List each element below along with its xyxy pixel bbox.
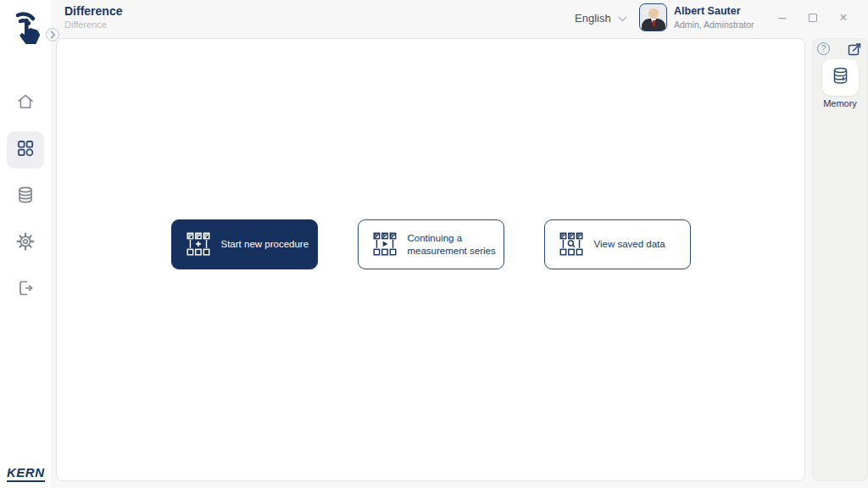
user-avatar[interactable] [639,3,667,31]
procedure-continue-icon [373,232,397,258]
maximize-icon [809,14,817,22]
sidebar-item-database[interactable] [7,178,44,215]
page-subtitle: Difference [64,19,122,30]
close-icon: × [839,10,847,25]
left-sidebar: KERN [0,0,51,488]
home-icon [15,92,36,115]
view-saved-data-button[interactable]: View saved data [544,219,691,269]
expand-panel-button[interactable] [848,42,862,59]
procedure-new-icon [186,232,210,258]
procedure-button-row: Start new procedure Continuing a measure… [57,219,804,269]
start-new-procedure-label: Start new procedure [221,238,309,251]
gear-icon [15,231,36,255]
language-selector[interactable]: English [575,10,627,25]
apps-grid-icon [15,138,36,162]
maximize-button[interactable] [804,8,822,27]
user-block[interactable]: Albert Sauter Admin, Adminstrator [674,3,754,31]
app-touch-logo [7,3,46,53]
database-icon [15,185,36,208]
sidebar-item-procedures[interactable] [7,131,44,169]
help-button[interactable]: ? [817,42,830,55]
avatar-tie [653,20,655,26]
avatar-head [648,8,659,19]
chevron-right-icon [50,27,56,42]
chevron-down-icon [618,10,627,25]
continue-measurement-series-button[interactable]: Continuing a measurement series [358,219,504,269]
expand-icon [848,44,862,58]
header: Difference Difference English Albert Sau… [51,0,868,38]
title-block: Difference Difference [64,3,122,30]
continue-measurement-series-label: Continuing a measurement series [408,232,503,258]
start-new-procedure-button[interactable]: Start new procedure [171,219,318,269]
memory-label: Memory [813,98,867,108]
minimize-button[interactable]: – [773,8,792,27]
kern-brand-logo: KERN [7,465,45,482]
sidebar-item-logout[interactable] [7,271,44,308]
right-sidebar-panel: ? Memory [812,38,868,481]
sidebar-nav [0,80,51,313]
language-value: English [575,12,611,25]
sidebar-collapse-button[interactable] [46,28,59,42]
user-name: Albert Sauter [674,3,754,19]
help-icon: ? [821,44,826,53]
view-saved-data-label: View saved data [594,238,665,251]
page-title: Difference [64,3,122,19]
main-content-panel: Start new procedure Continuing a measure… [56,38,805,481]
minimize-icon: – [779,10,787,25]
close-button[interactable]: × [834,8,853,27]
sidebar-item-settings[interactable] [7,225,44,262]
user-role: Admin, Adminstrator [674,19,754,31]
memory-database-icon [831,66,850,89]
procedure-view-icon [559,232,583,258]
logout-icon [15,278,36,302]
sidebar-item-home[interactable] [7,85,44,122]
memory-tile-button[interactable] [822,59,859,96]
